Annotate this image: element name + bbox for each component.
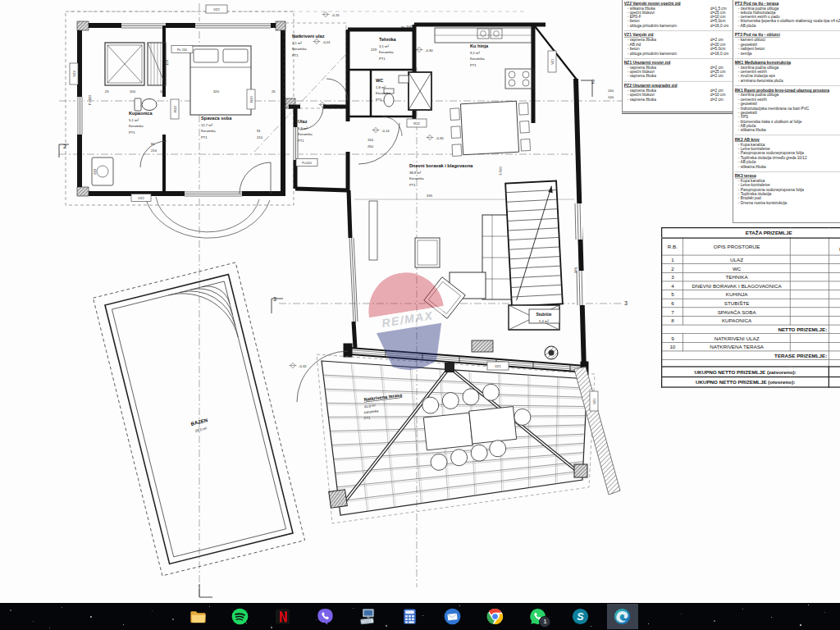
taskbar-edge-active[interactable] bbox=[607, 604, 638, 629]
edge-icon bbox=[613, 607, 632, 626]
area-table-title: ETAŽA PRIZEMLJE bbox=[662, 228, 840, 239]
tag-box: VZ1 bbox=[487, 362, 509, 370]
table-row: 5KUHINJA9,1 bbox=[662, 290, 840, 299]
pool: BAZEN 28,0 m² bbox=[93, 262, 304, 576]
col-blank bbox=[790, 238, 829, 255]
table-row bbox=[662, 360, 840, 367]
mail-icon bbox=[443, 607, 462, 626]
svg-text:Keramika: Keramika bbox=[376, 91, 390, 95]
svg-text:Keramika: Keramika bbox=[409, 176, 424, 180]
dimension-label: 1,010 bbox=[498, 167, 503, 176]
room-label: Ku hinja9,1 m²KeramikaPT1 bbox=[470, 43, 489, 67]
taskbar-spotify[interactable] bbox=[225, 604, 256, 629]
tag-box: P=110 bbox=[296, 159, 317, 167]
svg-text:PT1: PT1 bbox=[129, 130, 135, 135]
terrace-door-arc bbox=[297, 351, 348, 402]
tag-box: Pv 110 bbox=[171, 46, 193, 53]
room-label: Spavaća soba12,7 m²KeramikaPT1 bbox=[201, 116, 232, 139]
keyboard-monitor-icon bbox=[358, 607, 377, 626]
svg-text:PT1: PT1 bbox=[379, 57, 386, 61]
table-row: 7SPAVAĆA SOBA12,7 bbox=[662, 308, 840, 317]
svg-text:P=110: P=110 bbox=[302, 161, 312, 165]
taskbar-calculator[interactable] bbox=[395, 604, 426, 629]
tag-box: VZ1 bbox=[590, 391, 598, 411]
dimension-label: 3 bbox=[273, 296, 276, 302]
svg-text:Keramika: Keramika bbox=[201, 129, 216, 133]
dimension-label: -0,32 bbox=[299, 364, 307, 368]
tag-box: VZ2 bbox=[206, 5, 227, 13]
svg-text:Ulaz: Ulaz bbox=[298, 119, 308, 124]
netflix-icon bbox=[273, 607, 292, 626]
svg-text:5,1 m²: 5,1 m² bbox=[129, 118, 139, 122]
taskbar-icons: 1 S bbox=[182, 603, 638, 630]
dimension-label: 229 bbox=[371, 48, 377, 52]
svg-text:Stubište: Stubište bbox=[536, 313, 552, 317]
pergola-post bbox=[574, 464, 587, 477]
svg-text:Tehnika: Tehnika bbox=[379, 37, 397, 42]
svg-text:38,8 m²: 38,8 m² bbox=[409, 171, 422, 175]
taskbar-netflix[interactable] bbox=[267, 604, 299, 629]
spec-item: - obloga prirodnim kamenomd=16,0 cm bbox=[624, 24, 735, 28]
toilet bbox=[135, 98, 157, 111]
dimension-label: ±0,00 bbox=[328, 103, 337, 107]
taskbar-mail[interactable] bbox=[437, 604, 468, 629]
svg-text:Dnevni boravak i blagovaona: Dnevni boravak i blagovaona bbox=[409, 163, 473, 168]
svg-text:Kupaonica: Kupaonica bbox=[129, 111, 153, 116]
taskbar-viber[interactable] bbox=[309, 604, 340, 629]
table-row: 1ULAZ5,9 bbox=[662, 255, 840, 264]
floor-plan-viewer: BAZEN 28,0 m² VZ2VZ2VZ2VZ1VZ1VZ1R22R23R2… bbox=[0, 0, 840, 603]
taskbar: 1 S bbox=[0, 603, 840, 630]
svg-text:VZ2: VZ2 bbox=[72, 71, 76, 77]
dimension-label: 25 bbox=[272, 89, 276, 94]
dimension-label: 250 bbox=[368, 144, 374, 148]
svg-text:VZ2: VZ2 bbox=[213, 7, 220, 11]
svg-text:5,4 m²: 5,4 m² bbox=[539, 319, 549, 323]
table-row: 8KUPAONICA5,1 bbox=[662, 316, 840, 325]
svg-text:Keramika: Keramika bbox=[292, 47, 307, 51]
svg-text:Keramika: Keramika bbox=[298, 132, 313, 136]
shaft bbox=[409, 72, 431, 110]
spec-item: - Drvena nosiva konstrukcija bbox=[735, 201, 840, 205]
taskbar-surfshark[interactable]: S bbox=[564, 604, 596, 629]
stove bbox=[505, 69, 533, 89]
spec-item: - vapnena žbukad=2 cm bbox=[624, 98, 735, 102]
taskbar-onscreen-keyboard[interactable] bbox=[352, 604, 383, 629]
pool-steps bbox=[168, 281, 238, 351]
dimension-label: 210 bbox=[151, 148, 158, 153]
spec-section: PZ2 Unutarnji pregradni zid- vapnena žbu… bbox=[624, 81, 735, 102]
patio-arcs bbox=[145, 197, 270, 238]
coffee-table bbox=[415, 238, 440, 267]
room-label: Dnevni boravak i blagovaona38,8 m²Kerami… bbox=[409, 163, 473, 187]
svg-text:PT1: PT1 bbox=[470, 63, 477, 67]
svg-text:PT1: PT1 bbox=[201, 135, 208, 139]
terrace bbox=[317, 340, 620, 523]
calculator-icon bbox=[400, 607, 419, 626]
dimension-label: 140 bbox=[608, 95, 614, 99]
spec-section: VZ2 Vanjski nosivi opečni zid- silikatna… bbox=[624, 1, 735, 28]
svg-text:VZ1: VZ1 bbox=[495, 364, 501, 368]
dimension-label: 100 bbox=[130, 89, 136, 94]
svg-text:PT1: PT1 bbox=[292, 53, 299, 57]
dimension-label: 535 bbox=[427, 194, 433, 198]
tag-box: VZ1 bbox=[548, 51, 556, 72]
dimension-label: 91 bbox=[257, 129, 261, 133]
spec-section: RK1 Ravni prohodni krov-iznad ulaznog pr… bbox=[735, 85, 840, 132]
svg-text:Ku hinja: Ku hinja bbox=[470, 43, 489, 48]
spotify-icon bbox=[231, 607, 249, 626]
table-row: 4DNEVNI BORAVAK I BLAGOVAONICA38,8 bbox=[662, 281, 840, 290]
spec-section-title: VZ2 Vanjski nosivi opečni zid bbox=[624, 1, 735, 6]
taskbar-whatsapp[interactable]: 1 bbox=[522, 604, 553, 629]
taskbar-chrome[interactable] bbox=[480, 604, 511, 629]
shower bbox=[105, 43, 144, 85]
svg-text:2,1 m²: 2,1 m² bbox=[292, 41, 302, 45]
staircase bbox=[505, 180, 563, 330]
dimension-label: 10 bbox=[160, 89, 164, 94]
tv-bench bbox=[369, 201, 377, 260]
dimension-label: 345 bbox=[573, 267, 578, 273]
svg-text:41,9 m²: 41,9 m² bbox=[364, 403, 377, 409]
pool-area: 28,0 m² bbox=[194, 426, 208, 433]
dimension-label: P=110 bbox=[88, 94, 92, 105]
svg-text:VZ2: VZ2 bbox=[138, 196, 144, 200]
spec-section: RK2 AB krov- Kupa kanalicad=6 cm- Letve … bbox=[735, 135, 840, 169]
taskbar-file-explorer[interactable] bbox=[182, 604, 213, 629]
